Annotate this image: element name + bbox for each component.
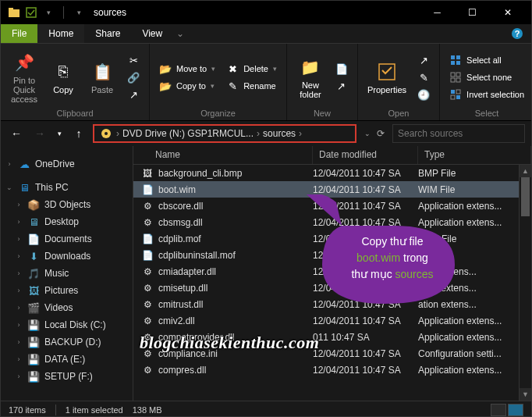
vertical-scrollbar[interactable]: ▲ ▼ <box>519 165 531 401</box>
properties-button[interactable]: Properties <box>364 59 410 96</box>
qat-dropdown-icon[interactable]: ▾ <box>41 5 55 20</box>
file-name: cmisetup.dll <box>158 283 207 294</box>
tab-file[interactable]: File <box>1 24 37 43</box>
nav-item[interactable]: ›🎬Videos <box>1 299 133 316</box>
properties-label: Properties <box>367 85 406 94</box>
tab-view[interactable]: View <box>131 24 173 43</box>
breadcrumb-sep[interactable]: › <box>255 128 261 139</box>
view-large-button[interactable] <box>508 404 523 416</box>
history-button[interactable]: 🕘 <box>414 87 433 102</box>
file-row[interactable]: 🖼background_cli.bmp12/04/2011 10:47 SABM… <box>133 165 531 181</box>
qat-overflow-icon[interactable]: ▾ <box>72 5 86 20</box>
file-date: 011 10:47 SA <box>313 332 418 343</box>
view-details-button[interactable] <box>491 404 506 416</box>
back-button[interactable]: ← <box>7 124 26 143</box>
close-button[interactable]: ✕ <box>490 1 525 24</box>
breadcrumb-drive[interactable]: DVD Drive (N:) GSP1RMCUL... <box>121 128 255 139</box>
col-header-type[interactable]: Type <box>418 146 531 164</box>
move-to-button[interactable]: 📂Move to▾ <box>156 61 218 77</box>
address-dropdown-icon[interactable]: ⌄ <box>364 130 371 137</box>
new-folder-label: New folder <box>300 80 321 99</box>
file-name: cdplibuninstall.mof <box>158 250 236 261</box>
easy-access-button[interactable]: ↗ <box>332 78 351 94</box>
ribbon-collapse-icon[interactable]: ⌄ <box>173 24 187 43</box>
nav-item[interactable]: ›⬇Downloads <box>1 248 133 265</box>
scroll-up-button[interactable]: ▲ <box>520 165 531 177</box>
file-name: background_cli.bmp <box>158 168 242 179</box>
minimize-button[interactable]: ─ <box>420 1 455 24</box>
nav-item[interactable]: ›💾SETUP (F:) <box>1 368 133 385</box>
nav-thispc[interactable]: ⌄🖥This PC <box>1 179 133 196</box>
copy-path-button[interactable]: 🔗 <box>124 70 143 85</box>
paste-shortcut-button[interactable]: ↗ <box>124 87 143 102</box>
scroll-down-button[interactable]: ▼ <box>520 388 531 401</box>
nav-item[interactable]: ›🖥Desktop <box>1 213 133 230</box>
edit-button[interactable]: ✎ <box>414 70 433 85</box>
rename-button[interactable]: ✎Rename <box>223 78 280 94</box>
new-item-button[interactable]: 📄 <box>332 61 351 77</box>
file-row[interactable]: ⚙cmiv2.dll12/04/2011 10:47 SAApplication… <box>133 312 531 329</box>
nav-item[interactable]: ›💾Local Disk (C:) <box>1 316 133 333</box>
scroll-track[interactable] <box>520 177 531 388</box>
file-row[interactable]: ⚙compres.dll12/04/2011 10:47 SAApplicati… <box>133 362 531 378</box>
nav-item-label: Pictures <box>44 285 78 296</box>
svg-rect-2 <box>27 8 36 17</box>
copy-button[interactable]: ⎘ Copy <box>46 59 80 96</box>
search-box[interactable] <box>392 124 525 143</box>
pin-to-quick-access-button[interactable]: 📌 Pin to Quick access <box>7 50 41 105</box>
delete-button[interactable]: ✖Delete▾ <box>223 61 280 77</box>
file-name: cmiadapter.dll <box>158 266 216 277</box>
tab-home[interactable]: Home <box>37 24 84 43</box>
select-none-button[interactable]: Select none <box>446 70 527 85</box>
cloud-icon: ☁ <box>18 158 30 170</box>
nav-onedrive[interactable]: ›☁OneDrive <box>1 155 133 173</box>
callout-mid: trong <box>400 251 428 264</box>
nav-item[interactable]: ›💾BACKUP (D:) <box>1 333 133 351</box>
callout-line3: thư mục <box>351 268 395 280</box>
address-bar-row: ← → ▾ ↑ › DVD Drive (N:) GSP1RMCUL... › … <box>1 121 531 146</box>
svg-rect-11 <box>456 73 460 77</box>
forward-button[interactable]: → <box>30 124 49 143</box>
breadcrumb-sep[interactable]: › <box>115 128 121 139</box>
nav-item[interactable]: ›📦3D Objects <box>1 196 133 213</box>
svg-rect-10 <box>451 73 455 77</box>
tab-share[interactable]: Share <box>84 24 131 43</box>
up-button[interactable]: ↑ <box>69 124 88 143</box>
file-icon: ⚙ <box>141 298 154 311</box>
search-input[interactable] <box>398 128 520 139</box>
nav-item-label: BACKUP (D:) <box>44 337 101 348</box>
scroll-thumb[interactable] <box>521 177 530 216</box>
col-header-date[interactable]: Date modified <box>313 146 418 164</box>
cut-button[interactable]: ✂ <box>124 52 143 68</box>
nav-item[interactable]: ›📄Documents <box>1 230 133 248</box>
file-name: boot.wim <box>158 184 196 195</box>
rename-icon: ✎ <box>226 80 239 92</box>
copy-to-button[interactable]: 📂Copy to▾ <box>156 78 218 94</box>
paste-button[interactable]: 📋 Paste <box>85 59 119 96</box>
file-name: cbscore.dll <box>158 201 203 212</box>
pin-label: Pin to Quick access <box>10 76 38 104</box>
svg-rect-6 <box>451 55 455 59</box>
address-bar[interactable]: › DVD Drive (N:) GSP1RMCUL... › sources … <box>93 124 356 143</box>
invert-selection-button[interactable]: Invert selection <box>446 87 527 102</box>
breadcrumb-folder[interactable]: sources <box>261 128 297 139</box>
navigation-pane[interactable]: ›☁OneDrive ⌄🖥This PC ›📦3D Objects›🖥Deskt… <box>1 146 133 401</box>
nav-item[interactable]: ›🎵Music <box>1 265 133 282</box>
breadcrumb-sep[interactable]: › <box>297 128 303 139</box>
qat-checkbox-icon[interactable] <box>24 5 38 20</box>
svg-rect-7 <box>456 55 460 59</box>
new-folder-button[interactable]: 📁 New folder <box>293 55 328 101</box>
recent-dropdown[interactable]: ▾ <box>54 124 65 143</box>
help-icon[interactable]: ? <box>506 24 528 43</box>
open-button[interactable]: ↗ <box>414 52 433 68</box>
select-all-button[interactable]: Select all <box>446 52 527 68</box>
new-group-label: New <box>293 108 351 119</box>
nav-item[interactable]: ›💾DATA (E:) <box>1 351 133 368</box>
file-icon: ⚙ <box>141 282 154 294</box>
newitem-icon: 📄 <box>335 62 348 75</box>
maximize-button[interactable]: ☐ <box>455 1 490 24</box>
col-header-name[interactable]: Name <box>133 146 313 164</box>
ribbon: 📌 Pin to Quick access ⎘ Copy 📋 Paste ✂ 🔗… <box>1 43 531 121</box>
refresh-icon[interactable]: ⟳ <box>377 128 385 139</box>
nav-item[interactable]: ›🖼Pictures <box>1 282 133 299</box>
